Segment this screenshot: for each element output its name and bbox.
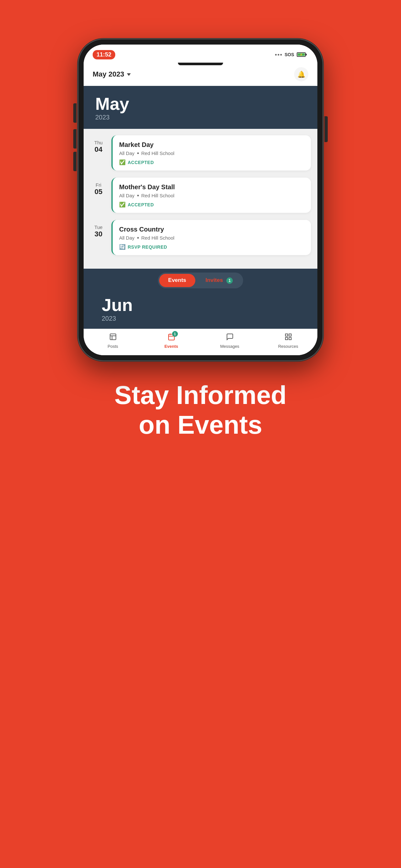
nav-label-events: Events <box>164 344 178 349</box>
svg-rect-7 <box>285 334 288 336</box>
events-list: Thu 04 Market Day All Day Red Hill Schoo… <box>84 129 317 269</box>
svg-rect-9 <box>285 337 288 340</box>
nav-label-posts: Posts <box>107 344 118 349</box>
dot-separator-3 <box>137 237 139 239</box>
status-text-market-day: ACCEPTED <box>128 160 154 165</box>
nav-label-messages: Messages <box>220 344 239 349</box>
battery-fill: ⚡ <box>298 53 305 56</box>
posts-icon <box>109 333 117 343</box>
day-name-tue: Tue <box>94 224 102 230</box>
phone-frame: 11:52 SOS ⚡ <box>78 39 323 361</box>
date-col-thu04: Thu 04 <box>90 135 107 154</box>
nav-item-posts[interactable]: Posts <box>100 333 126 349</box>
tagline-text-line2: on Events <box>139 410 262 439</box>
status-time: 11:52 <box>93 50 115 59</box>
check-circle-icon-2: ✅ <box>119 202 126 208</box>
event-card-market-day[interactable]: Market Day All Day Red Hill School ✅ ACC… <box>112 135 311 170</box>
events-icon: 1 <box>167 333 175 343</box>
status-text-cross-country: RSVP REQUIRED <box>128 244 167 250</box>
notification-button[interactable]: 🔔 <box>294 67 308 82</box>
event-meta-cross-country: All Day Red Hill School <box>119 235 305 241</box>
event-row-mothers-day: Fri 05 Mother's Day Stall All Day Red Hi… <box>90 178 311 213</box>
event-location-cross-country: Red Hill School <box>142 235 175 241</box>
event-card-mothers-day[interactable]: Mother's Day Stall All Day Red Hill Scho… <box>112 178 311 213</box>
day-num-05: 05 <box>95 188 102 196</box>
event-status-mothers-day: ✅ ACCEPTED <box>119 202 305 208</box>
chevron-down-icon <box>127 73 131 76</box>
signal-dot-3 <box>280 54 282 56</box>
status-bar: 11:52 SOS ⚡ <box>84 44 317 63</box>
signal-dots <box>275 54 282 56</box>
tab-events-label: Events <box>168 277 186 283</box>
event-location-market-day: Red Hill School <box>142 151 175 156</box>
event-card-cross-country[interactable]: Cross Country All Day Red Hill School 🔄 … <box>112 220 311 255</box>
status-text-mothers-day: ACCEPTED <box>128 202 154 207</box>
battery-icon: ⚡ <box>297 52 306 57</box>
bottom-section: Events Invites 1 Jun 2023 <box>84 269 317 329</box>
app-header: May 2023 🔔 <box>84 63 317 86</box>
date-col-fri05: Fri 05 <box>90 178 107 196</box>
tagline-text-line1: Stay Informed <box>114 381 286 409</box>
event-row-market-day: Thu 04 Market Day All Day Red Hill Schoo… <box>90 135 311 170</box>
events-nav-badge: 1 <box>172 331 178 337</box>
event-status-market-day: ✅ ACCEPTED <box>119 159 305 165</box>
month-selector[interactable]: May 2023 <box>93 70 131 79</box>
signal-dot-1 <box>275 54 277 56</box>
event-title-mothers-day: Mother's Day Stall <box>119 183 305 191</box>
bell-icon: 🔔 <box>297 70 305 78</box>
tagline: Stay Informed on Events <box>89 380 312 440</box>
event-location-mothers-day: Red Hill School <box>142 193 175 198</box>
month-banner: May 2023 <box>84 86 317 129</box>
event-title-market-day: Market Day <box>119 141 305 149</box>
svg-rect-8 <box>289 334 291 336</box>
signal-dot-2 <box>278 54 279 56</box>
date-col-tue30: Tue 30 <box>90 220 107 238</box>
nav-label-resources: Resources <box>278 344 298 349</box>
jun-year: 2023 <box>102 315 299 326</box>
bottom-nav: Posts 1 Events <box>84 329 317 355</box>
status-right: SOS ⚡ <box>275 52 306 57</box>
day-name-thu: Thu <box>94 140 103 145</box>
event-allday-mothers-day: All Day <box>119 193 135 198</box>
tagline-line1: Stay Informed on Events <box>114 380 286 440</box>
tabs-pill-container: Events Invites 1 <box>90 273 311 288</box>
check-circle-icon: ✅ <box>119 159 126 165</box>
jun-title: Jun <box>102 295 299 315</box>
day-num-04: 04 <box>95 145 102 154</box>
day-name-fri: Fri <box>96 182 101 188</box>
event-allday-cross-country: All Day <box>119 235 135 241</box>
event-allday-market-day: All Day <box>119 151 135 156</box>
rsvp-circle-icon: 🔄 <box>119 244 126 250</box>
event-row-cross-country: Tue 30 Cross Country All Day Red Hill Sc… <box>90 220 311 255</box>
month-banner-year: 2023 <box>95 114 306 121</box>
phone-wrapper: 11:52 SOS ⚡ <box>78 39 323 361</box>
event-meta-mothers-day: All Day Red Hill School <box>119 193 305 198</box>
svg-rect-0 <box>110 334 116 340</box>
tabs-pill: Events Invites 1 <box>158 273 243 288</box>
tab-invites-label: Invites <box>206 277 223 283</box>
month-banner-title: May <box>95 95 306 113</box>
month-label: May 2023 <box>93 70 124 79</box>
tab-events[interactable]: Events <box>159 274 195 287</box>
event-status-cross-country: 🔄 RSVP REQUIRED <box>119 244 305 250</box>
tab-invites[interactable]: Invites 1 <box>197 274 242 287</box>
jun-banner: Jun 2023 <box>90 288 311 326</box>
dot-separator-2 <box>137 195 139 196</box>
sos-label: SOS <box>284 52 294 57</box>
invites-badge: 1 <box>226 277 233 284</box>
dot-separator <box>137 152 139 154</box>
event-meta-market-day: All Day Red Hill School <box>119 151 305 156</box>
notch <box>178 63 223 65</box>
battery-bolt-icon: ⚡ <box>300 53 303 56</box>
nav-item-events[interactable]: 1 Events <box>158 333 184 349</box>
svg-rect-10 <box>289 337 291 340</box>
resources-icon <box>284 333 292 343</box>
event-title-cross-country: Cross Country <box>119 226 305 233</box>
nav-item-resources[interactable]: Resources <box>275 333 301 349</box>
phone-screen: 11:52 SOS ⚡ <box>84 44 317 355</box>
nav-item-messages[interactable]: Messages <box>217 333 243 349</box>
day-num-30: 30 <box>95 230 102 238</box>
messages-icon <box>226 333 234 343</box>
